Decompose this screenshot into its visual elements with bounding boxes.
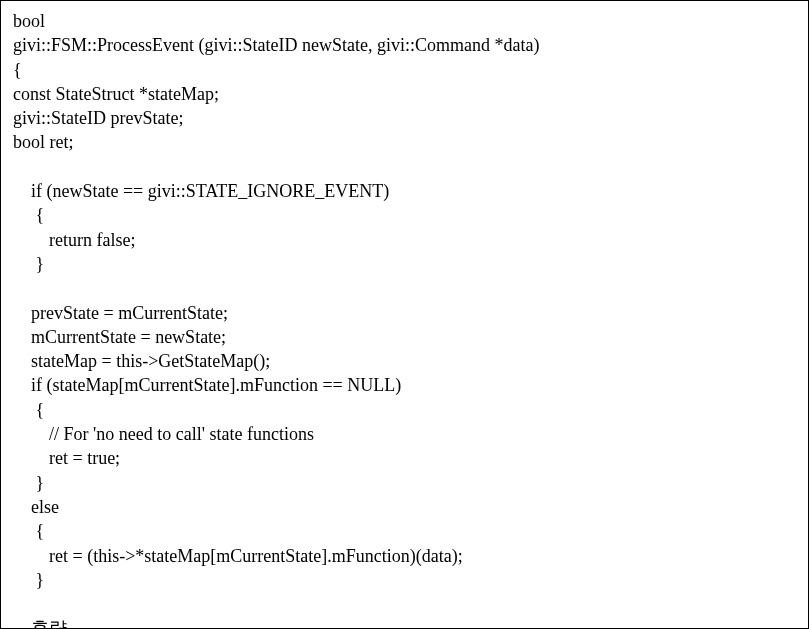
code-block: bool givi::FSM::ProcessEvent (givi::Stat… [13,9,796,629]
code-frame: bool givi::FSM::ProcessEvent (givi::Stat… [0,0,809,629]
